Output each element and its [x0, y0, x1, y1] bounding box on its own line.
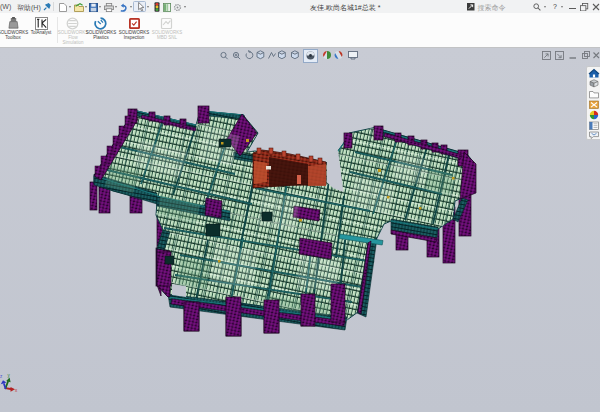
svg-text:z: z: [0, 374, 3, 379]
svg-text:x: x: [15, 388, 18, 393]
svg-text:y: y: [8, 373, 11, 378]
